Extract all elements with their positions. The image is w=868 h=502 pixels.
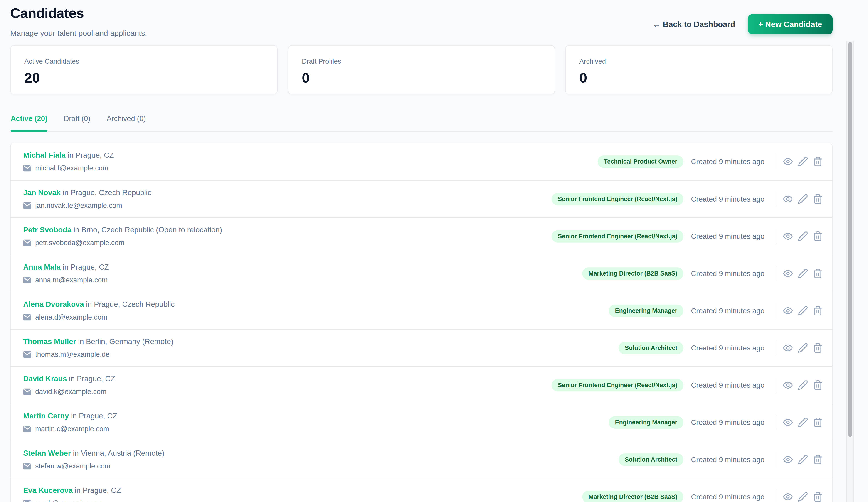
edit-candidate-button[interactable] — [798, 231, 808, 241]
candidate-name-link[interactable]: Eva Kucerova — [23, 486, 73, 494]
pencil-icon — [798, 305, 808, 316]
trash-icon — [813, 343, 823, 353]
delete-candidate-button[interactable] — [813, 380, 823, 390]
candidate-name-link[interactable]: Anna Mala — [23, 263, 61, 271]
stat-card-draft: Draft Profiles 0 — [288, 45, 555, 94]
row-actions — [783, 343, 823, 353]
candidate-info: Thomas Mullerin Berlin, Germany (Remote)… — [23, 337, 479, 358]
delete-candidate-button[interactable] — [813, 268, 823, 279]
candidate-name-link[interactable]: Alena Dvorakova — [23, 300, 84, 308]
edit-candidate-button[interactable] — [798, 156, 808, 167]
candidate-email-line: michal.f@example.com — [23, 164, 479, 172]
candidate-info: Jan Novakin Prague, Czech Republic jan.n… — [23, 188, 479, 210]
delete-candidate-button[interactable] — [813, 305, 823, 316]
scrollbar-thumb[interactable] — [848, 42, 852, 437]
candidate-email: martin.c@example.com — [35, 425, 109, 433]
edit-candidate-button[interactable] — [798, 417, 808, 428]
scrollbar-track[interactable] — [846, 41, 854, 502]
view-candidate-button[interactable] — [783, 492, 793, 502]
edit-candidate-button[interactable] — [798, 268, 808, 279]
tab-archived[interactable]: Archived (0) — [107, 114, 146, 132]
candidate-name-link[interactable]: Stefan Weber — [23, 449, 71, 457]
role-column: Senior Frontend Engineer (React/Next.js) — [479, 379, 683, 391]
edit-candidate-button[interactable] — [798, 305, 808, 316]
delete-candidate-button[interactable] — [813, 194, 823, 204]
candidate-email-line: stefan.w@example.com — [23, 462, 479, 470]
role-column: Solution Architect — [479, 342, 683, 354]
created-timestamp: Created 9 minutes ago — [683, 493, 764, 501]
edit-candidate-button[interactable] — [798, 380, 808, 390]
delete-candidate-button[interactable] — [813, 231, 823, 241]
actions-divider — [776, 378, 776, 393]
candidate-info: Alena Dvorakovain Prague, Czech Republic… — [23, 300, 479, 321]
actions-divider — [776, 341, 776, 355]
delete-candidate-button[interactable] — [813, 156, 823, 167]
candidate-name-link[interactable]: Michal Fiala — [23, 151, 65, 159]
view-candidate-button[interactable] — [783, 231, 793, 241]
candidate-name-link[interactable]: Jan Novak — [23, 188, 61, 197]
candidate-info: Martin Cernyin Prague, CZ martin.c@examp… — [23, 412, 479, 433]
trash-icon — [813, 268, 823, 279]
delete-candidate-button[interactable] — [813, 492, 823, 502]
status-tabs: Active (20) Draft (0) Archived (0) — [10, 114, 833, 132]
trash-icon — [813, 417, 823, 428]
view-candidate-button[interactable] — [783, 194, 793, 204]
candidate-row: David Krausin Prague, CZ david.k@example… — [11, 366, 832, 404]
candidate-email: david.k@example.com — [35, 388, 106, 396]
actions-divider — [776, 303, 776, 318]
created-timestamp: Created 9 minutes ago — [683, 157, 764, 166]
role-column: Engineering Manager — [479, 416, 683, 429]
candidate-name-line: Thomas Mullerin Berlin, Germany (Remote) — [23, 337, 479, 346]
delete-candidate-button[interactable] — [813, 454, 823, 465]
candidate-name-link[interactable]: David Kraus — [23, 375, 67, 383]
candidate-location: in Prague, CZ — [71, 412, 117, 420]
pencil-icon — [798, 417, 808, 428]
candidate-name-link[interactable]: Thomas Muller — [23, 337, 76, 346]
candidate-row: Stefan Weberin Vienna, Austria (Remote) … — [11, 441, 832, 478]
role-column: Engineering Manager — [479, 305, 683, 317]
delete-candidate-button[interactable] — [813, 417, 823, 428]
view-candidate-button[interactable] — [783, 305, 793, 316]
stat-card-active: Active Candidates 20 — [10, 45, 278, 94]
edit-candidate-button[interactable] — [798, 454, 808, 465]
candidate-location: in Prague, CZ — [69, 375, 115, 383]
envelope-icon — [23, 314, 31, 321]
edit-candidate-button[interactable] — [798, 194, 808, 204]
candidate-name-link[interactable]: Petr Svoboda — [23, 226, 72, 234]
role-badge: Technical Product Owner — [598, 156, 683, 168]
view-candidate-button[interactable] — [783, 343, 793, 353]
role-column: Solution Architect — [479, 453, 683, 466]
role-badge: Senior Frontend Engineer (React/Next.js) — [551, 379, 683, 391]
tab-active[interactable]: Active (20) — [11, 114, 48, 132]
candidate-email: stefan.w@example.com — [35, 462, 110, 470]
tab-draft[interactable]: Draft (0) — [64, 114, 90, 132]
role-badge: Marketing Director (B2B SaaS) — [582, 491, 683, 502]
row-actions — [783, 156, 823, 167]
envelope-icon — [23, 202, 31, 209]
stat-cards: Active Candidates 20 Draft Profiles 0 Ar… — [10, 45, 833, 94]
view-candidate-button[interactable] — [783, 156, 793, 167]
candidate-name-line: Petr Svobodain Brno, Czech Republic (Ope… — [23, 226, 479, 234]
row-actions — [783, 454, 823, 465]
row-actions — [783, 231, 823, 241]
edit-candidate-button[interactable] — [798, 492, 808, 502]
view-candidate-button[interactable] — [783, 454, 793, 465]
candidate-info: David Krausin Prague, CZ david.k@example… — [23, 375, 479, 396]
view-candidate-button[interactable] — [783, 380, 793, 390]
role-badge: Senior Frontend Engineer (React/Next.js) — [551, 230, 683, 243]
view-candidate-button[interactable] — [783, 268, 793, 279]
edit-candidate-button[interactable] — [798, 343, 808, 353]
back-to-dashboard-link[interactable]: ← Back to Dashboard — [653, 20, 735, 29]
new-candidate-button[interactable]: + New Candidate — [748, 14, 833, 34]
candidate-info: Stefan Weberin Vienna, Austria (Remote) … — [23, 449, 479, 470]
view-candidate-button[interactable] — [783, 417, 793, 428]
pencil-icon — [798, 268, 808, 279]
delete-candidate-button[interactable] — [813, 343, 823, 353]
candidate-email: anna.m@example.com — [35, 276, 107, 284]
candidate-name-line: Anna Malain Prague, CZ — [23, 263, 479, 271]
page-title: Candidates — [10, 5, 147, 21]
envelope-icon — [23, 165, 31, 171]
candidate-name-link[interactable]: Martin Cerny — [23, 412, 69, 420]
candidate-row: Eva Kucerovain Prague, CZ eva.k@example.… — [11, 478, 832, 502]
pencil-icon — [798, 343, 808, 353]
